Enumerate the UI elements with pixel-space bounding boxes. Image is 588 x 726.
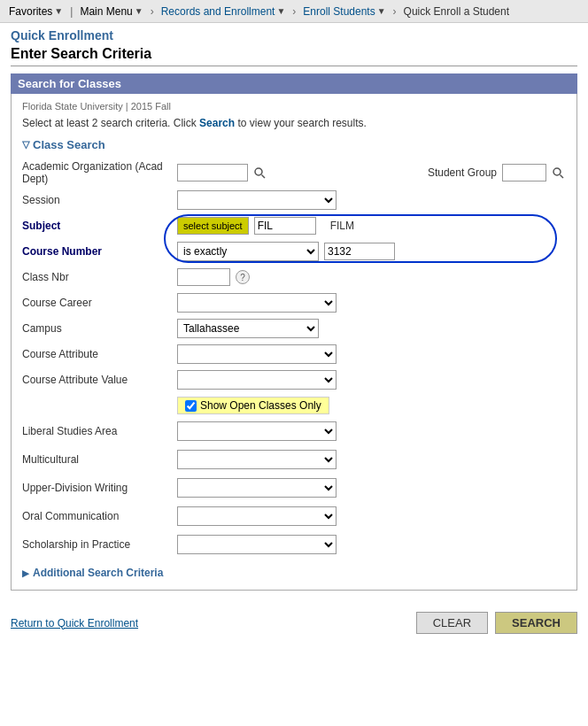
course-attribute-row: Course Attribute (22, 343, 566, 366)
oral-comm-ctrl (177, 506, 337, 526)
campus-select[interactable]: Tallahassee Online (177, 319, 319, 338)
section-title: Enter Search Criteria (11, 46, 577, 66)
sep4: › (391, 5, 398, 18)
liberal-studies-row: Liberal Studies Area (22, 420, 566, 443)
subject-code-input[interactable] (254, 217, 316, 235)
class-search-label: Class Search (33, 138, 105, 151)
liberal-studies-select[interactable] (177, 421, 337, 441)
nav-main-menu[interactable]: Main Menu ▼ (74, 0, 148, 22)
main-menu-label: Main Menu (80, 5, 132, 18)
return-link[interactable]: Return to Quick Enrollment (11, 617, 138, 629)
nav-records-enrollment[interactable]: Records and Enrollment ▼ (156, 0, 291, 22)
multicultural-ctrl (177, 450, 337, 469)
nav-quick-enroll: Quick Enroll a Student (398, 0, 514, 22)
multicultural-label: Multicultural (22, 453, 177, 466)
academic-org-row: Academic Organization (Acad Dept) Studen… (22, 160, 566, 185)
search-button[interactable]: SEARCH (495, 612, 577, 634)
course-number-label: Course Number (22, 245, 177, 258)
button-group: CLEAR SEARCH (416, 612, 577, 634)
class-nbr-help-icon[interactable]: ? (236, 270, 250, 284)
nav-favorites[interactable]: Favorites ▼ (4, 0, 68, 22)
course-attribute-value-ctrl (177, 370, 337, 390)
search-body: Florida State University | 2015 Fall Sel… (11, 94, 577, 591)
session-row: Session (22, 189, 566, 212)
course-career-ctrl (177, 293, 337, 313)
course-career-label: Course Career (22, 297, 177, 309)
campus-label: Campus (22, 322, 177, 335)
academic-org-ctrl (177, 164, 410, 182)
oral-comm-select[interactable] (177, 506, 337, 526)
subject-display: FILM (330, 220, 354, 232)
course-career-select[interactable] (177, 293, 337, 313)
favorites-label: Favorites (9, 5, 52, 18)
bottom-area: Return to Quick Enrollment CLEAR SEARCH (11, 605, 577, 634)
svg-point-2 (553, 168, 561, 175)
session-select[interactable] (177, 190, 337, 210)
scholarship-row: Scholarship in Practice (22, 533, 566, 556)
quick-enroll-label: Quick Enroll a Student (404, 5, 509, 18)
scholarship-select[interactable] (177, 535, 337, 554)
course-number-condition-select[interactable]: is exactly contains begins with (177, 242, 319, 261)
course-career-row: Course Career (22, 291, 566, 314)
upper-div-row: Upper-Division Writing (22, 476, 566, 499)
student-group-search-icon[interactable] (550, 165, 566, 181)
subject-course-oval-container: Subject select subject FILM Course Numbe… (22, 214, 566, 263)
upper-div-ctrl (177, 478, 337, 498)
student-group-input[interactable] (502, 164, 546, 182)
records-arrow: ▼ (276, 6, 285, 16)
course-number-ctrl: is exactly contains begins with (177, 242, 395, 261)
show-open-checkbox[interactable] (185, 400, 197, 412)
class-nbr-row: Class Nbr ? (22, 266, 566, 289)
top-nav: Favorites ▼ | Main Menu ▼ › Records and … (0, 0, 588, 23)
svg-line-1 (262, 175, 266, 179)
sep1: | (68, 5, 74, 18)
enroll-arrow: ▼ (377, 6, 386, 16)
course-number-input[interactable] (324, 243, 395, 260)
multicultural-select[interactable] (177, 450, 337, 469)
additional-arrow-icon: ▶ (22, 568, 29, 578)
upper-div-label: Upper-Division Writing (22, 482, 177, 494)
clear-button[interactable]: CLEAR (416, 612, 488, 634)
academic-org-input[interactable] (177, 164, 248, 182)
sep2: › (149, 5, 156, 18)
page-title: Quick Enrollment (11, 28, 577, 42)
additional-label: Additional Search Criteria (33, 567, 163, 579)
oral-comm-row: Oral Communication (22, 505, 566, 528)
academic-org-search-icon[interactable] (251, 165, 267, 181)
liberal-studies-label: Liberal Studies Area (22, 425, 177, 437)
show-open-label[interactable]: Show Open Classes Only (177, 397, 329, 414)
main-menu-arrow: ▼ (135, 6, 143, 16)
svg-point-0 (255, 168, 262, 175)
svg-line-3 (561, 175, 564, 179)
course-attribute-ctrl (177, 344, 337, 364)
course-number-row: Course Number is exactly contains begins… (22, 240, 566, 263)
subject-label: Subject (22, 220, 177, 232)
sep3: › (290, 5, 298, 18)
multicultural-row: Multicultural (22, 448, 566, 471)
upper-div-select[interactable] (177, 478, 337, 498)
class-nbr-input[interactable] (177, 268, 230, 286)
class-search-toggle[interactable]: ▽ Class Search (22, 138, 566, 151)
subject-row: Subject select subject FILM (22, 214, 566, 237)
scholarship-label: Scholarship in Practice (22, 538, 177, 551)
additional-search-toggle[interactable]: ▶ Additional Search Criteria (22, 567, 566, 579)
institution-line: Florida State University | 2015 Fall (22, 101, 566, 112)
records-enrollment-label: Records and Enrollment (161, 5, 275, 18)
select-subject-button[interactable]: select subject (177, 217, 249, 235)
student-group-ctrl (502, 164, 566, 182)
scholarship-ctrl (177, 535, 337, 554)
course-attribute-select[interactable] (177, 344, 337, 364)
class-nbr-label: Class Nbr (22, 271, 177, 283)
campus-ctrl: Tallahassee Online (177, 319, 319, 338)
course-attribute-value-select[interactable] (177, 370, 337, 390)
subject-ctrl: select subject FILM (177, 217, 354, 235)
nav-enroll-students[interactable]: Enroll Students ▼ (298, 0, 391, 22)
campus-row: Campus Tallahassee Online (22, 317, 566, 340)
search-link-text: Search (199, 117, 235, 129)
student-group-label: Student Group (428, 166, 497, 179)
show-open-text: Show Open Classes Only (200, 399, 321, 412)
enroll-students-label: Enroll Students (303, 5, 375, 18)
oral-comm-label: Oral Communication (22, 510, 177, 522)
liberal-studies-ctrl (177, 421, 337, 441)
course-attribute-label: Course Attribute (22, 348, 177, 360)
